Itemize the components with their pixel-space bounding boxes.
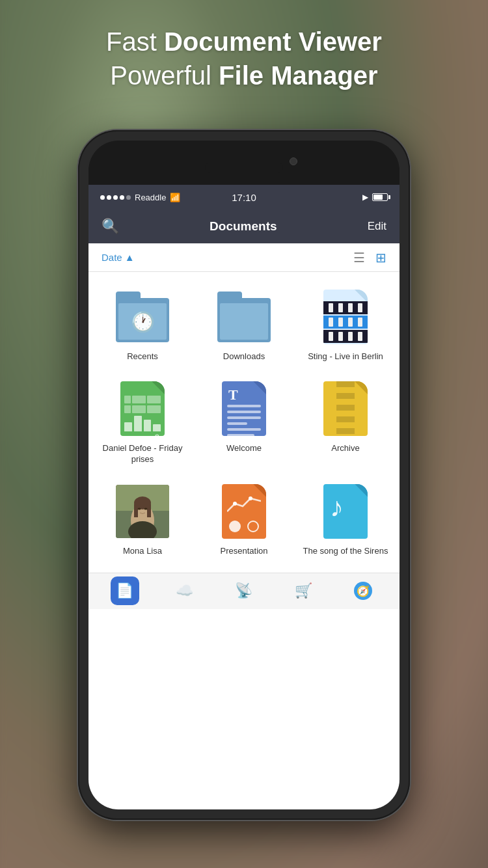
- signal-dots: [100, 195, 131, 200]
- list-item[interactable]: Archive: [298, 374, 393, 470]
- status-time: 17:10: [232, 192, 256, 203]
- edit-button[interactable]: Edit: [368, 220, 386, 233]
- tab-wifi[interactable]: 📡: [230, 576, 258, 605]
- phone-shell: Readdle 📶 17:10 ▶ 🔍 Documents Edit: [78, 130, 410, 820]
- signal-dot-2: [107, 195, 111, 200]
- headline-line2: Powerful File Manager: [0, 59, 488, 92]
- status-right: ▶: [362, 193, 388, 202]
- status-left: Readdle 📶: [100, 193, 180, 202]
- svg-point-8: [138, 508, 141, 509]
- battery-icon: [372, 193, 388, 201]
- recents-label: Recents: [127, 351, 158, 362]
- monalisa-label: Mona Lisa: [123, 546, 162, 557]
- signal-dot-3: [113, 195, 118, 200]
- list-item[interactable]: ⚙ Daniel Defoe - Friday prises: [95, 374, 190, 470]
- location-icon: ▶: [362, 193, 368, 202]
- list-item[interactable]: T W: [197, 374, 291, 470]
- phone-inner: Readdle 📶 17:10 ▶ 🔍 Documents Edit: [88, 141, 400, 809]
- list-item[interactable]: Sting - Live in Berlin: [298, 282, 393, 368]
- svg-rect-7: [147, 504, 151, 517]
- list-item[interactable]: 🕐 Recents: [95, 282, 190, 368]
- cloud-tab-icon: ☁️: [176, 582, 193, 599]
- svg-point-9: [144, 508, 148, 509]
- list-item[interactable]: Downloads: [197, 282, 291, 368]
- signal-dot-1: [100, 195, 105, 200]
- spreadsheet-label: Daniel Defoe - Friday prises: [98, 443, 187, 465]
- camera: [290, 157, 297, 165]
- svg-rect-6: [134, 504, 138, 517]
- nav-bar: 🔍 Documents Edit: [88, 210, 400, 243]
- list-item[interactable]: ♪ The song of the Sirens: [298, 477, 393, 562]
- sort-bar: Date ▲ ☰ ⊞: [88, 243, 400, 272]
- screen: Readdle 📶 17:10 ▶ 🔍 Documents Edit: [88, 185, 400, 809]
- presentation-label: Presentation: [221, 546, 268, 557]
- downloads-icon: [215, 288, 273, 346]
- archive-label: Archive: [331, 443, 359, 454]
- tab-store[interactable]: 🛒: [290, 576, 318, 605]
- recents-icon: 🕐: [113, 288, 172, 346]
- song-label: The song of the Sirens: [303, 546, 388, 557]
- tab-bar: 📄 ☁️ 📡 🛒 🧭: [88, 573, 400, 609]
- tab-documents[interactable]: 📄: [111, 576, 139, 605]
- archive-icon: [316, 379, 375, 438]
- list-item[interactable]: Presentation: [197, 477, 291, 562]
- tab-browse[interactable]: 🧭: [349, 576, 377, 605]
- list-view-button[interactable]: ☰: [353, 250, 365, 265]
- headline-line1: Fast Document Viewer: [0, 25, 488, 59]
- audio-icon: ♪: [316, 482, 375, 541]
- status-bar: Readdle 📶 17:10 ▶: [88, 185, 400, 210]
- documents-tab-icon: 📄: [116, 582, 133, 599]
- downloads-label: Downloads: [223, 351, 265, 362]
- speaker: [205, 163, 283, 173]
- browse-tab-icon: 🧭: [354, 582, 372, 600]
- battery-fill: [373, 195, 383, 200]
- welcome-label: Welcome: [226, 443, 262, 454]
- carrier-name: Readdle: [135, 193, 166, 202]
- list-item[interactable]: Mona Lisa: [95, 477, 190, 562]
- store-tab-icon: 🛒: [295, 582, 312, 599]
- video-icon: [316, 288, 375, 346]
- search-button[interactable]: 🔍: [102, 218, 119, 235]
- signal-dot-4: [120, 195, 124, 200]
- file-grid: 🕐 Recents Downloads: [88, 272, 400, 573]
- sort-date-button[interactable]: Date ▲: [102, 252, 135, 263]
- textdoc-icon: T: [215, 379, 273, 438]
- nav-title: Documents: [210, 219, 277, 234]
- svg-point-10: [233, 502, 237, 506]
- video-label: Sting - Live in Berlin: [308, 351, 383, 362]
- view-toggle: ☰ ⊞: [353, 250, 386, 265]
- image-icon: [113, 482, 172, 541]
- svg-point-11: [249, 496, 252, 500]
- wifi-tab-icon: 📡: [235, 582, 252, 599]
- grid-view-button[interactable]: ⊞: [375, 250, 386, 265]
- presentation-icon: [215, 482, 273, 541]
- spreadsheet-icon: ⚙: [113, 379, 172, 438]
- signal-dot-5: [126, 195, 131, 200]
- headline: Fast Document Viewer Powerful File Manag…: [0, 25, 488, 92]
- tab-cloud[interactable]: ☁️: [170, 576, 198, 605]
- wifi-icon: 📶: [170, 193, 180, 202]
